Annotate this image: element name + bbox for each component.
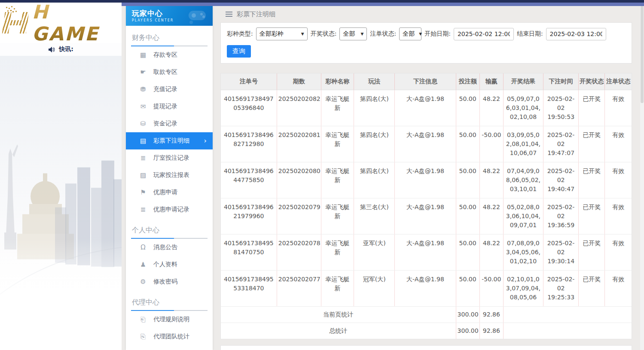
cell-bet-info: 大-A盘@1.98 [395,126,456,162]
cell-play-type: 第四名(大) [354,162,395,198]
table-row: 401569173849553318470 20250202077 幸运飞艇新 … [221,270,632,306]
brand-panel: H GAME 快讯: [0,3,122,350]
sidebar-header: 玩家中心 PLAYERS CENTER [126,6,213,26]
table-row: 401569173849705396840 20250202082 幸运飞艇新 … [221,90,632,126]
funds-record-icon: ⛁ [139,120,147,128]
main-region: 玩家中心 PLAYERS CENTER 财务中心 ▦ 存款专区 ☛ [122,6,644,350]
section-title-agent: 代理中心 [131,296,208,311]
cell-draw-result: 05,02,08,03,06,10,04,09,07,01 [503,198,543,234]
menu-group-agent: ⎗ 代理规则说明 ⎘ 代理团队统计 [126,311,213,345]
hamburger-menu-icon[interactable] [226,12,232,17]
cell-lottery-name: 幸运飞艇新 [321,198,354,234]
draw-status-select[interactable]: 全部 ▼ [339,27,367,40]
filter-panel: 彩种类型: 全部彩种 ▼ 开奖状态: 全部 ▼ 注单状态: 全部 ▼ 开始日期:… [220,22,632,64]
bet-detail-table-card: 注单号期数彩种名称玩法下注信息投注额输赢开奖结果下注时间开奖状态注单状态 401… [220,73,632,339]
order-status-value: 全部 [403,30,415,38]
dropdown-arrow-icon: ▼ [419,32,422,36]
logo-dots-decoration [6,7,7,8]
sidebar-menu-item[interactable]: ✉ 提现记录 [126,98,213,115]
summary-bet-total: 300.00 [456,306,479,323]
cell-period: 20250202079 [277,198,321,234]
sidebar-menu-item[interactable]: ⚙ 修改密码 [126,273,213,290]
sidebar-menu-item[interactable]: ☛ 取款专区 [126,64,213,81]
cell-lottery-name: 幸运飞艇新 [321,162,354,198]
cell-bet-amount: 50.00 [456,198,479,234]
summary-row-current-page: 当前页统计 300.00 92.86 [221,306,632,323]
start-date-input[interactable] [454,28,514,40]
order-status-label: 注单状态: [370,30,396,38]
cell-lottery-name: 幸运飞艇新 [321,234,354,270]
start-date-label: 开始日期: [424,30,451,38]
promo-apply-record-icon: ≣ [139,206,147,213]
cell-bet-amount: 50.00 [456,270,479,306]
table-header-cell: 下注信息 [395,73,456,90]
sidebar-menu-item[interactable]: ⎗ 代理规则说明 [126,311,213,328]
cell-play-type: 第四名(大) [354,126,395,162]
sidebar-menu-item[interactable]: ▨ 玩家投注报表 [126,167,213,184]
cell-draw-status: 已开奖 [579,126,605,162]
order-status-select[interactable]: 全部 ▼ [399,27,421,40]
player-bet-report-icon: ▨ [139,171,147,179]
menu-item-label: 玩家投注报表 [153,171,189,179]
cell-draw-result: 07,04,09,08,06,05,02,03,10,01 [503,162,543,198]
menu-item-label: 代理团队统计 [153,333,189,341]
sidebar-menu-item[interactable]: ≣ 厅室投注记录 [126,149,213,167]
table-header-cell: 下注时间 [543,73,579,90]
summary-bet-total: 300.00 [456,323,479,339]
sidebar-menu-item[interactable]: ⚑ 优惠申请 [126,184,213,201]
cell-lottery-name: 幸运飞艇新 [321,126,354,162]
news-ticker-bar: 快讯: [0,43,122,56]
cell-draw-status: 已开奖 [579,162,605,198]
menu-item-label: 提现记录 [153,103,177,110]
logo-text: H GAME [32,3,122,45]
summary-label: 当前页统计 [221,306,456,323]
cell-period: 20250202078 [277,234,321,270]
sidebar-menu-item[interactable]: ⛁ 资金记录 [126,115,213,132]
lottery-bet-detail-icon: ▤ [139,137,147,145]
query-button[interactable]: 查询 [227,45,251,58]
cell-win-loss: 48.22 [479,90,503,126]
cell-win-loss: 48.22 [479,198,503,234]
recharge-record-icon: ⛃ [139,85,147,93]
sidebar-menu-item[interactable]: ⎘ 代理团队统计 [126,328,213,345]
table-row: 401569173849682712980 20250202081 幸运飞艇新 … [221,126,632,162]
cell-draw-status: 已开奖 [579,90,605,126]
sidebar-menu-item[interactable]: ♟ 个人资料 [126,256,213,273]
cell-draw-result: 05,09,07,06,03,01,04,02,10,08 [503,90,543,126]
cell-bet-time: 2025-02-02 19:40:47 [543,162,579,198]
end-date-input[interactable] [546,28,606,40]
cell-draw-status: 已开奖 [579,234,605,270]
cell-draw-result: 07,08,09,03,04,05,06,01,02,10 [503,234,543,270]
news-label: 快讯: [59,46,73,53]
cell-order-status: 有效 [605,90,632,126]
cell-bet-time: 2025-02-02 19:30:14 [543,234,579,270]
table-header-row: 注单号期数彩种名称玩法下注信息投注额输赢开奖结果下注时间开奖状态注单状态 [221,73,632,90]
summary-label: 总统计 [221,323,456,339]
cell-bet-time: 2025-02-02 19:25:33 [543,270,579,306]
menu-item-label: 取款专区 [153,68,177,76]
top-navy-bar [0,0,644,3]
sidebar-menu-item[interactable]: Ω 消息公告 [126,239,213,256]
cell-bet-info: 大-A盘@1.98 [395,162,456,198]
cell-order-status: 有效 [605,270,632,306]
table-header-cell: 开奖状态 [579,73,605,90]
scrollbar-thumb[interactable] [641,4,644,103]
speaker-icon [48,46,55,53]
menu-item-label: 优惠申请记录 [153,206,189,213]
table-header-cell: 玩法 [354,73,395,90]
menu-item-label: 厅室投注记录 [153,154,189,162]
section-title-personal: 个人中心 [131,224,208,239]
cell-bet-info: 大-A盘@1.98 [395,198,456,234]
cell-order-no: 401569173849644775850 [221,162,277,198]
bet-detail-table: 注单号期数彩种名称玩法下注信息投注额输赢开奖结果下注时间开奖状态注单状态 401… [221,73,632,339]
sidebar-menu-item[interactable]: ▤ 彩票下注明细 › [126,132,213,149]
page-header: 彩票下注明细 [220,6,632,22]
sidebar-menu-item[interactable]: ⛃ 充值记录 [126,81,213,98]
sidebar-menu-item[interactable]: ▦ 存款专区 [126,46,213,64]
sidebar-menu-item[interactable]: ≣ 优惠申请记录 [126,201,213,218]
profile-person-icon: ♟ [139,261,147,268]
cell-order-no: 401569173849705396840 [221,90,277,126]
lottery-type-select[interactable]: 全部彩种 ▼ [256,27,308,40]
withdraw-hand-icon: ☛ [139,68,147,76]
table-header-cell: 彩种名称 [321,73,354,90]
